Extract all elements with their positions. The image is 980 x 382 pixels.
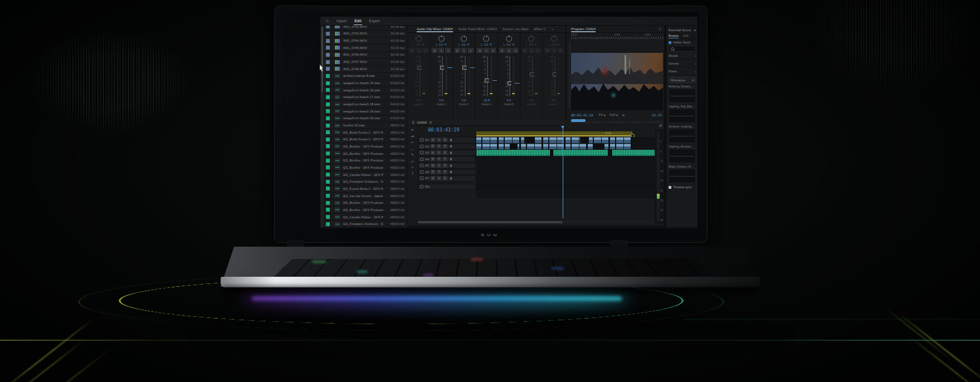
home-icon[interactable]: ⌂	[326, 18, 329, 23]
keyframe-button[interactable]: O	[468, 48, 474, 53]
keyframe-button[interactable]: O	[423, 48, 428, 53]
clip-name[interactable]: ES_Candle Flicker - SFX Pro	[343, 173, 383, 177]
clip-checkbox[interactable]	[326, 74, 330, 78]
tool-icon[interactable]: ✂	[411, 140, 414, 145]
lock-icon[interactable]	[420, 170, 423, 174]
tab-browse[interactable]: Browse	[669, 34, 679, 37]
mute-button[interactable]: M	[431, 170, 435, 174]
solo-button[interactable]: S	[437, 144, 441, 149]
solo-button[interactable]: S	[437, 138, 441, 142]
solo-button[interactable]: S	[437, 150, 441, 155]
playhead-marker[interactable]	[561, 126, 564, 129]
list-item[interactable]: IMG_0747.MOV 60.00 fps	[324, 58, 407, 66]
category-row[interactable]: Moods ›	[669, 52, 696, 60]
record-button[interactable]: R	[443, 170, 447, 174]
fader-handle[interactable]	[417, 66, 423, 70]
program-scroll-ruler[interactable]	[570, 120, 662, 123]
solo-button[interactable]: S	[438, 48, 444, 53]
sound-item-thumbnail[interactable]	[669, 109, 696, 123]
clip-name[interactable]: seagull-on-beach 15.wav	[343, 81, 381, 85]
record-button[interactable]: R	[443, 176, 447, 180]
clip-checkbox[interactable]	[326, 60, 330, 64]
playhead[interactable]	[563, 126, 563, 218]
panel-menu-icon[interactable]: ≡	[694, 28, 696, 32]
pan-knob[interactable]	[438, 36, 445, 42]
clip-checkbox[interactable]	[326, 187, 330, 190]
mute-button[interactable]: M	[499, 48, 505, 53]
track-header[interactable]: A7 M S R	[418, 175, 476, 182]
timeline-clip-row[interactable]	[476, 150, 655, 156]
pan-value[interactable]: 0.0	[417, 43, 421, 46]
list-item[interactable]: ES_Bonfire - SFX Producer 4 48000 Hz	[324, 157, 407, 164]
clip-checkbox[interactable]	[326, 124, 330, 128]
list-item[interactable]: IMG_0743.MOV 60.00 fps	[324, 31, 407, 38]
clip-checkbox[interactable]	[326, 81, 330, 85]
clip-checkbox[interactable]	[326, 173, 330, 177]
solo-button[interactable]: S	[484, 48, 489, 53]
timeline-ruler[interactable]	[476, 127, 567, 133]
tab-import[interactable]: Import	[337, 19, 347, 23]
clip-name[interactable]: ES_Bonfire - SFX Producer 4	[343, 145, 383, 148]
solo-button[interactable]: S	[437, 170, 441, 174]
list-item[interactable]: ambient waves 8.wav 44100 Hz	[324, 73, 407, 80]
track-header[interactable]: A1 M S R	[418, 137, 476, 143]
tool-icon[interactable]: ▭	[411, 159, 414, 164]
list-item[interactable]: ES_Fireplace Outdoors - SF 48000 Hz	[324, 221, 407, 227]
tab-program[interactable]: Program: C0424	[571, 27, 596, 31]
clip-name[interactable]: ES_Forest Birds 2 - SFX Pro	[343, 187, 383, 190]
clip-name[interactable]: ES_Fireplace Outdoors - SF	[343, 222, 383, 226]
tab-edit[interactable]: Edit	[354, 19, 361, 23]
lock-icon[interactable]	[420, 185, 423, 188]
gear-icon[interactable]: ⚙	[659, 124, 662, 128]
clip-name[interactable]: ambient waves 8.wav	[343, 74, 375, 77]
clip-checkbox[interactable]	[326, 53, 330, 57]
clip-name[interactable]: ES_Bonfire - SFX Producer 4	[343, 166, 383, 169]
clip-name[interactable]: bonfire 32.wav	[343, 124, 365, 127]
clip-name[interactable]: IMG_0744.MOV	[343, 39, 367, 42]
lock-icon[interactable]	[420, 158, 423, 161]
list-item[interactable]: seagull-on-beach 17.wav 44100 Hz	[324, 94, 407, 101]
category-row[interactable]: Genres ›	[669, 60, 696, 67]
adobe-stock-checkbox[interactable]	[669, 41, 671, 44]
clip-checkbox[interactable]	[326, 67, 330, 71]
panel-menu-icon[interactable]: ≡	[412, 121, 415, 124]
sound-item-thumbnail[interactable]	[669, 169, 696, 183]
pan-knob[interactable]	[551, 36, 557, 42]
mute-button[interactable]: M	[544, 48, 550, 53]
clip-checkbox[interactable]	[326, 116, 330, 120]
mute-button[interactable]: M	[431, 163, 435, 168]
fader-handle[interactable]	[485, 79, 491, 82]
mute-button[interactable]: M	[477, 48, 482, 53]
clip-name[interactable]: IMG_0745.MOV	[343, 46, 367, 50]
tab-audio-clip-mixer[interactable]: Audio Clip Mixer: C0424	[417, 27, 453, 31]
clip-name[interactable]: ES_Bonfire - SFX Producer 4	[343, 159, 383, 162]
record-button[interactable]: R	[443, 163, 447, 168]
clip-checkbox[interactable]	[326, 151, 330, 155]
category-row[interactable]: Filters ›	[669, 67, 696, 75]
clip-name[interactable]: IMG_0742.MOV	[343, 26, 367, 28]
keyframe-button[interactable]: O	[490, 48, 496, 53]
bin-scrollbar-thumb[interactable]	[321, 27, 323, 92]
clip-name[interactable]: seagull-on-beach 17.wav	[343, 95, 381, 99]
list-item[interactable]: IMG_0746.MOV 60.00 fps	[324, 52, 407, 59]
clip-name[interactable]: ES_Bonfire - SFX Producer 4	[343, 208, 383, 212]
fader-track[interactable]	[487, 56, 488, 96]
list-item[interactable]: IMG_0748.MOV 60.00 fps	[324, 66, 407, 73]
timeline-timecode[interactable]: 00:03:43:19	[428, 127, 459, 133]
fade-handle-icon[interactable]	[631, 134, 635, 138]
fader-value[interactable]: 0.0	[529, 99, 534, 102]
tool-icon[interactable]: ↔	[411, 147, 415, 151]
tab-effect-controls[interactable]: Effect C	[534, 27, 545, 31]
fader-track[interactable]	[420, 56, 421, 96]
wrench-icon[interactable]: ⚙	[622, 113, 625, 117]
track-header[interactable]: A2 M S R	[418, 144, 476, 150]
clip-checkbox[interactable]	[326, 39, 330, 43]
timeline-clip-row[interactable]	[476, 137, 632, 143]
tab-sequence[interactable]: C0424	[417, 121, 427, 124]
tab-overflow-icon[interactable]: »	[552, 27, 553, 31]
fader-track[interactable]	[465, 56, 466, 96]
track-header[interactable]: A4 M S R	[418, 156, 476, 163]
clip-checkbox[interactable]	[326, 165, 330, 169]
adobe-stock-row[interactable]: Adobe Stock	[669, 39, 696, 46]
clip-name[interactable]: IMG_0748.MOV	[343, 67, 367, 71]
